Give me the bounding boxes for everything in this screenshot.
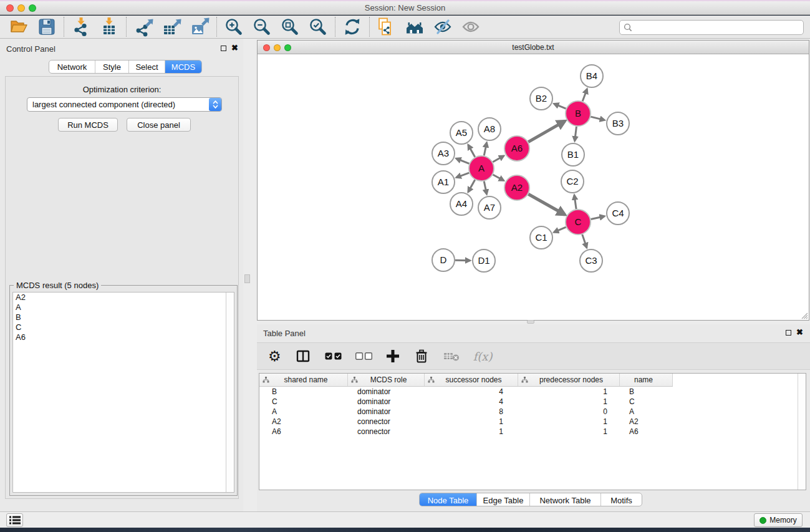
show-details-eye-icon[interactable] xyxy=(461,17,481,37)
graph-node-A7[interactable]: A7 xyxy=(478,196,501,219)
hide-details-eye-slash-icon[interactable] xyxy=(433,17,453,37)
graph-node-C2[interactable]: C2 xyxy=(561,170,584,193)
graph-node-C1[interactable]: C1 xyxy=(530,226,552,249)
table-row[interactable]: Adominator80A xyxy=(259,407,797,417)
network-canvas[interactable]: B4B2BB3A8A5A6A3B1AC2A1A2A4A7C4CC1C3DD1 xyxy=(258,54,809,320)
run-mcds-button[interactable]: Run MCDS xyxy=(58,118,118,132)
refresh-icon[interactable] xyxy=(342,17,362,37)
export-image-icon[interactable] xyxy=(190,17,210,37)
memory-button[interactable]: Memory xyxy=(754,513,803,527)
scrollbar-track[interactable] xyxy=(226,293,234,492)
table-row[interactable]: A6connector11A6 xyxy=(259,427,797,437)
graph-edge-C-C2[interactable] xyxy=(574,195,576,209)
graph-edge-B-B3[interactable] xyxy=(591,117,604,120)
graph-edge-A-A6[interactable] xyxy=(493,156,504,162)
tab-edge-table[interactable]: Edge Table xyxy=(476,493,529,506)
graph-edge-A-A3[interactable] xyxy=(456,158,469,163)
graph-edge-B-B1[interactable] xyxy=(575,127,577,141)
zoom-selected-icon[interactable] xyxy=(308,17,328,37)
select-all-columns-icon[interactable] xyxy=(325,352,342,360)
graph-node-C3[interactable]: C3 xyxy=(580,249,602,272)
show-hide-neighbors-icon[interactable] xyxy=(405,17,425,37)
horizontal-divider-grip[interactable] xyxy=(527,320,534,324)
zoom-in-icon[interactable] xyxy=(224,17,244,37)
network-window-titlebar[interactable]: testGlobe.txt xyxy=(258,41,809,54)
graph-edge-C-C3[interactable] xyxy=(582,235,587,248)
float-panel-icon[interactable] xyxy=(221,46,226,51)
column-header[interactable]: shared name xyxy=(259,374,348,386)
new-network-from-selection-icon[interactable] xyxy=(377,17,397,37)
show-columns-icon[interactable] xyxy=(295,348,311,364)
graph-node-A1[interactable]: A1 xyxy=(432,171,455,193)
graph-edge-A6-B[interactable] xyxy=(528,121,565,142)
tab-network[interactable]: Network xyxy=(49,60,95,73)
mcds-result-list[interactable]: A2ABCA6 xyxy=(12,292,234,493)
graph-edge-A-A1[interactable] xyxy=(456,173,470,177)
graph-node-A[interactable]: A xyxy=(469,156,494,181)
graph-node-B1[interactable]: B1 xyxy=(562,143,584,166)
table-row[interactable]: Cdominator41C xyxy=(259,397,797,407)
close-panel-icon[interactable]: ✖ xyxy=(231,43,238,53)
graph-node-B2[interactable]: B2 xyxy=(530,87,552,110)
close-panel-icon[interactable]: ✖ xyxy=(796,327,803,337)
tab-network-table[interactable]: Network Table xyxy=(529,493,600,506)
graph-node-A4[interactable]: A4 xyxy=(450,193,473,215)
graph-node-A5[interactable]: A5 xyxy=(450,122,473,144)
graph-edge-A-A8[interactable] xyxy=(484,143,486,156)
open-session-icon[interactable] xyxy=(9,17,29,37)
mcds-result-item[interactable]: A xyxy=(13,302,234,312)
save-session-icon[interactable] xyxy=(37,17,57,37)
graph-node-A2[interactable]: A2 xyxy=(504,175,529,200)
graph-edge-B-B4[interactable] xyxy=(582,89,587,102)
export-table-icon[interactable] xyxy=(162,17,181,37)
panel-divider-grip[interactable] xyxy=(244,274,250,283)
select-stepper[interactable] xyxy=(209,98,221,111)
graph-node-A6[interactable]: A6 xyxy=(504,136,529,161)
graph-edge-A-A5[interactable] xyxy=(468,145,475,157)
graph-edge-A-A7[interactable] xyxy=(484,181,486,195)
import-network-icon[interactable] xyxy=(71,17,91,37)
graph-node-B4[interactable]: B4 xyxy=(581,65,603,87)
column-header[interactable]: MCDS role xyxy=(348,374,425,386)
network-graph[interactable]: B4B2BB3A8A5A6A3B1AC2A1A2A4A7C4CC1C3DD1 xyxy=(258,54,809,320)
graph-edge-C-C4[interactable] xyxy=(591,216,605,220)
graph-edge-C-C1[interactable] xyxy=(554,227,566,232)
add-column-icon[interactable] xyxy=(386,349,400,363)
window-resize-grip[interactable] xyxy=(798,309,808,319)
float-panel-icon[interactable] xyxy=(786,330,791,336)
table-settings-gear-icon[interactable]: ⚙ xyxy=(268,348,281,364)
tab-motifs[interactable]: Motifs xyxy=(600,493,642,506)
task-history-button[interactable] xyxy=(6,513,23,527)
table-row[interactable]: A2connector11A2 xyxy=(259,417,797,427)
graph-node-D1[interactable]: D1 xyxy=(473,249,495,272)
search-field[interactable] xyxy=(619,20,804,35)
graph-edge-A-A2[interactable] xyxy=(493,175,503,181)
export-network-icon[interactable] xyxy=(133,17,153,37)
mcds-result-item[interactable]: B xyxy=(13,312,234,322)
graph-node-C[interactable]: C xyxy=(566,210,591,235)
column-header[interactable]: name xyxy=(620,374,673,386)
graph-node-B[interactable]: B xyxy=(566,101,591,126)
search-input[interactable] xyxy=(632,21,803,34)
zoom-fit-icon[interactable] xyxy=(280,17,300,37)
graph-node-C4[interactable]: C4 xyxy=(607,202,629,225)
mcds-result-item[interactable]: C xyxy=(13,322,234,332)
mcds-result-item[interactable]: A2 xyxy=(13,293,234,302)
tab-node-table[interactable]: Node Table xyxy=(420,493,476,506)
column-header[interactable]: successor nodes xyxy=(425,374,518,386)
tab-style[interactable]: Style xyxy=(95,60,128,73)
import-table-icon[interactable] xyxy=(99,17,119,37)
graph-node-B3[interactable]: B3 xyxy=(607,112,629,135)
scrollbar-track[interactable] xyxy=(798,374,806,490)
close-panel-button[interactable]: Close panel xyxy=(127,118,191,132)
tab-select[interactable]: Select xyxy=(128,60,165,73)
mcds-result-item[interactable]: A6 xyxy=(13,332,234,342)
graph-node-A8[interactable]: A8 xyxy=(478,118,501,140)
graph-edge-A-A4[interactable] xyxy=(468,180,475,192)
delete-column-trash-icon[interactable] xyxy=(413,348,430,364)
table-row[interactable]: Bdominator41B xyxy=(259,387,797,397)
graph-edge-A2-C[interactable] xyxy=(528,194,565,215)
tab-mcds[interactable]: MCDS xyxy=(165,60,201,73)
graph-node-D[interactable]: D xyxy=(432,249,455,271)
graph-node-A3[interactable]: A3 xyxy=(432,142,455,165)
